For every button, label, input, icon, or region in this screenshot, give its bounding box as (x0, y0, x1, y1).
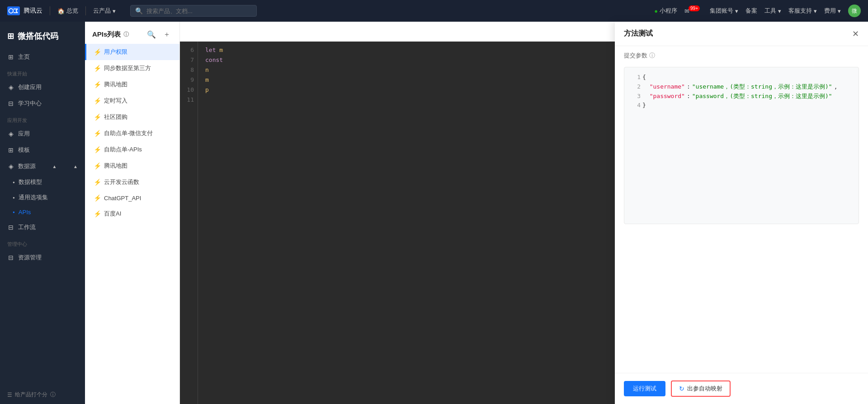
template-icon: ⊞ (7, 146, 14, 154)
method-test-header: 方法测试 ✕ (615, 22, 868, 46)
nav-cost[interactable]: 费用 ▾ (824, 7, 841, 15)
line-numbers: 6 7 8 9 10 11 (180, 42, 198, 404)
section-title-appdev: 应用开发 (0, 112, 85, 126)
logo-text: 腾讯云 (24, 7, 42, 15)
method-test-title: 方法测试 (624, 29, 653, 38)
app-layout: ⊞ 微搭低代码 ⊞ 主页 快速开始 ◈ 创建应用 ⊟ 学习中心 应用开发 ◈ 应… (0, 0, 868, 404)
sidebar-item-workflow[interactable]: ⊟ 工作流 (0, 219, 85, 235)
nav-divider (50, 6, 50, 15)
api-item-timed-write[interactable]: ⚡ 定时写入 (85, 93, 179, 109)
dot-icon3: ● (13, 210, 15, 214)
api-item-self-order-apis[interactable]: ⚡ 自助点单-APIs (85, 141, 179, 158)
api-item-tencent-map[interactable]: ⚡ 腾讯地图 (85, 76, 179, 93)
sidebar-sub-options[interactable]: ● 通用选项集 (0, 190, 85, 205)
api-icon-4: ⚡ (94, 97, 101, 104)
section-title-quickstart: 快速开始 (0, 65, 85, 79)
rate-product[interactable]: ☰ 给产品打个分 ⓘ (0, 385, 85, 404)
api-item-user-perm[interactable]: ⚡ 用户权限 (85, 44, 179, 60)
sidebar-actions: 🔍 ＋ (145, 29, 172, 40)
api-icon-11: ⚡ (94, 210, 101, 217)
search-button[interactable]: 🔍 (145, 29, 158, 40)
dot-icon: ● (13, 180, 15, 184)
json-line-1: 1 { (630, 73, 853, 82)
sidebar-brand: ⊞ 微搭低代码 (0, 22, 85, 49)
api-item-community[interactable]: ⚡ 社区团购 (85, 109, 179, 125)
info-icon2: ⓘ (123, 31, 129, 38)
chevron-down-icon3: ▾ (778, 8, 781, 14)
search-container: 🔍 (130, 5, 257, 17)
nav-cloud-products[interactable]: 云产品 ▾ (93, 7, 116, 15)
resources-icon: ⊟ (7, 254, 14, 261)
api-item-sync-data[interactable]: ⚡ 同步数据至第三方 (85, 60, 179, 76)
search-input[interactable] (146, 8, 252, 14)
info-icon: ⓘ (50, 391, 56, 399)
api-icon-1: ⚡ (94, 48, 101, 56)
nav-group-account[interactable]: 集团账号 ▾ (710, 7, 738, 15)
rate-icon: ☰ (7, 392, 12, 398)
sidebar-item-resources[interactable]: ⊟ 资源管理 (0, 249, 85, 266)
api-icon-5: ⚡ (94, 113, 101, 121)
sidebar-item-home[interactable]: ⊞ 主页 (0, 49, 85, 65)
logo[interactable]: 腾讯云 (7, 6, 42, 15)
nav-backup[interactable]: 备案 (745, 7, 757, 15)
api-icon-2: ⚡ (94, 65, 101, 72)
api-item-self-order-wechat[interactable]: ⚡ 自助点单-微信支付 (85, 125, 179, 141)
apis-list-title: APIs列表 ⓘ (92, 30, 129, 39)
nav-tools[interactable]: 工具 ▾ (764, 7, 781, 15)
chevron-down-icon5: ▾ (838, 8, 841, 14)
api-item-chatgpt[interactable]: ⚡ ChatGPT_API (85, 190, 179, 206)
section-title-management: 管理中心 (0, 235, 85, 249)
api-icon-10: ⚡ (94, 194, 101, 202)
api-icon-9: ⚡ (94, 179, 101, 186)
sidebar-sub-data-model[interactable]: ● 数据模型 (0, 174, 85, 190)
sidebar-item-template[interactable]: ⊞ 模板 (0, 142, 85, 158)
code-content: let m const n m p (198, 42, 646, 404)
nav-divider2 (85, 6, 86, 15)
panel-spacer (615, 228, 868, 373)
learn-icon: ⊟ (7, 100, 14, 107)
sidebar-item-learn[interactable]: ⊟ 学习中心 (0, 95, 85, 112)
nav-messages[interactable]: ✉ 99+ (684, 8, 703, 14)
refresh-icon: ↻ (679, 385, 684, 392)
method-test-panel: 方法测试 ✕ 提交参数 ⓘ 1 { 2 "username" : "userna… (615, 22, 868, 404)
expand-icon: ▲ (52, 164, 57, 169)
json-line-3: 3 "password" : "password，(类型：string，示例：这… (630, 92, 853, 101)
api-icon-6: ⚡ (94, 130, 101, 137)
datasource-icon: ◈ (7, 163, 14, 170)
app-icon: ◈ (7, 130, 14, 137)
api-icon-3: ⚡ (94, 81, 101, 88)
api-item-cloud-func[interactable]: ⚡ 云开发云函数 (85, 174, 179, 190)
brand-icon: ⊞ (7, 31, 14, 41)
sidebar-sub-apis[interactable]: ● APIs (0, 205, 85, 219)
submit-info-icon: ⓘ (649, 52, 655, 60)
chevron-down-icon: ▾ (113, 8, 116, 14)
method-test-footer: 运行测试 ↻ 出参自动映射 (615, 373, 868, 404)
apis-sidebar-header: APIs列表 ⓘ 🔍 ＋ (85, 22, 179, 44)
sidebar-item-app[interactable]: ◈ 应用 (0, 126, 85, 142)
api-item-tencent-map2[interactable]: ⚡ 腾讯地图 (85, 158, 179, 174)
workflow-icon: ⊟ (7, 224, 14, 231)
nav-right: ● 小程序 ✉ 99+ 集团账号 ▾ 备案 工具 ▾ 客服支持 ▾ 费用 ▾ 微 (654, 5, 861, 17)
add-api-button[interactable]: ＋ (161, 29, 172, 40)
sidebar-item-create-app[interactable]: ◈ 创建应用 (0, 79, 85, 95)
dot-icon2: ● (13, 196, 15, 200)
run-test-btn[interactable]: 运行测试 (624, 381, 665, 396)
nav-home[interactable]: 🏠 总览 (57, 7, 78, 15)
auto-map-btn[interactable]: ↻ 出参自动映射 (671, 381, 731, 397)
json-editor[interactable]: 1 { 2 "username" : "username，(类型：string，… (624, 67, 859, 224)
home-icon: ⊞ (7, 53, 14, 61)
avatar[interactable]: 微 (848, 5, 861, 17)
api-icon-7: ⚡ (94, 146, 101, 153)
close-panel-btn[interactable]: ✕ (852, 30, 859, 38)
nav-mini-program[interactable]: ● 小程序 (654, 7, 677, 15)
api-icon-8: ⚡ (94, 162, 101, 169)
chevron-down-icon4: ▾ (814, 8, 817, 14)
code-editor[interactable]: 6 7 8 9 10 11 let m const n m p (180, 42, 646, 404)
create-app-icon: ◈ (7, 84, 14, 91)
sidebar-item-datasource[interactable]: ◈ 数据源 ▲ (0, 158, 85, 174)
api-item-baidu-ai[interactable]: ⚡ 百度AI (85, 206, 179, 222)
json-line-4: 4 } (630, 101, 853, 110)
tencent-cloud-logo (7, 6, 20, 15)
nav-support[interactable]: 客服支持 ▾ (788, 7, 817, 15)
top-nav: 腾讯云 🏠 总览 云产品 ▾ 🔍 ● 小程序 ✉ 99+ 集团账号 ▾ 备案 (0, 0, 868, 22)
